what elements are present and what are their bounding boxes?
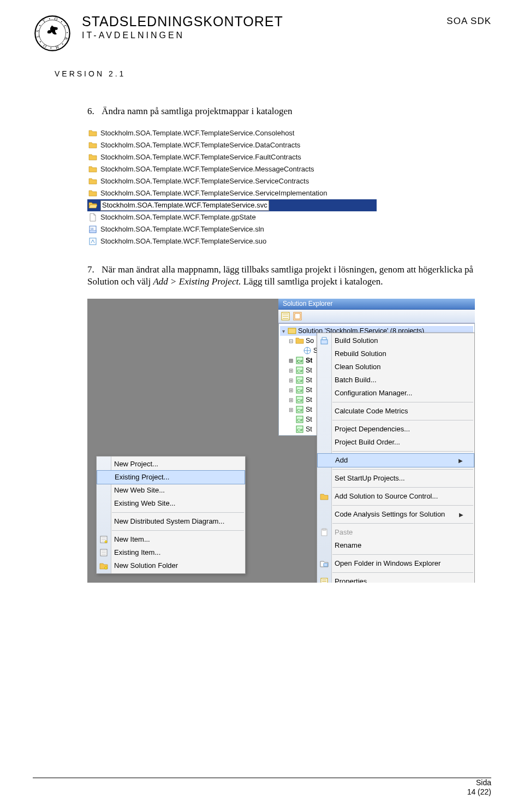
- menu-label: New Item...: [114, 535, 150, 544]
- properties-icon: [320, 577, 329, 583]
- toolbar-properties-icon[interactable]: [281, 311, 290, 321]
- svg-text:90: 90: [91, 227, 94, 230]
- menu-label: Paste: [335, 528, 353, 537]
- folder-icon: [88, 165, 97, 174]
- menu-separator: [332, 505, 473, 506]
- menu-open-folder[interactable]: Open Folder in Windows Explorer: [317, 557, 474, 570]
- menu-config-manager[interactable]: Configuration Manager...: [317, 387, 474, 400]
- rename-input[interactable]: Stockholm.SOA.Template.WCF.TemplateServi…: [100, 200, 269, 211]
- new-item-icon: [99, 535, 108, 544]
- file-name: Stockholm.SOA.Template.WCF.TemplateServi…: [100, 225, 264, 234]
- tree-expand-icon[interactable]: ⊞: [288, 396, 294, 403]
- folder-icon: [88, 189, 97, 198]
- menu-code-metrics[interactable]: Calculate Code Metrics: [317, 405, 474, 418]
- file-row: Stockholm.SOA.Template.WCF.TemplateServi…: [87, 235, 377, 247]
- footer-page: 14 (22): [467, 787, 491, 797]
- menu-label: Calculate Code Metrics: [335, 407, 408, 416]
- menu-label: Batch Build...: [335, 376, 377, 385]
- menu-paste: Paste: [317, 526, 474, 539]
- svg-text:C#: C#: [297, 378, 303, 383]
- open-folder-icon: [320, 559, 329, 568]
- org-title: STADSLEDNINGSKONTORET: [82, 14, 446, 29]
- menu-separator: [332, 420, 473, 420]
- svg-text:C#: C#: [297, 428, 303, 432]
- folder-open-icon: [88, 201, 97, 210]
- svg-text:C#: C#: [297, 388, 303, 393]
- menu-label: Existing Item...: [114, 548, 160, 558]
- menu-project-build-order[interactable]: Project Build Order...: [317, 436, 474, 449]
- existing-item-icon: [99, 548, 108, 557]
- folder-name: Stockholm.SOA.Template.WCF.TemplateServi…: [100, 153, 301, 162]
- csharp-project-icon: C#: [295, 356, 304, 365]
- svg-rect-8: [288, 328, 296, 334]
- folder-listing-figure: Stockholm.SOA.Template.WCF.TemplateServi…: [87, 127, 377, 247]
- menu-label: Code Analysis Settings for Solution: [335, 510, 445, 519]
- tree-expand-icon[interactable]: ⊞: [288, 406, 294, 413]
- menu-clean-solution[interactable]: Clean Solution: [317, 360, 474, 374]
- svg-text:C#: C#: [297, 398, 303, 403]
- menu-project-dependencies[interactable]: Project Dependencies...: [317, 423, 474, 436]
- webproject-icon: [303, 346, 312, 355]
- menu-add[interactable]: Add▶: [317, 453, 474, 467]
- svg-rect-26: [321, 340, 327, 344]
- submenu-new-web-site[interactable]: New Web Site...: [97, 484, 245, 497]
- menu-properties[interactable]: Properties: [317, 575, 474, 583]
- file-row: Stockholm.SOA.Template.WCF.Template.gpSt…: [87, 211, 377, 223]
- svg-text:C#: C#: [297, 408, 303, 413]
- folder-name: Stockholm.SOA.Template.WCF.TemplateServi…: [100, 165, 314, 174]
- submenu-existing-project[interactable]: Existing Project...: [97, 470, 245, 484]
- footer-label: Sida: [467, 778, 491, 787]
- folder-row: Stockholm.SOA.Template.WCF.TemplateServi…: [87, 127, 377, 139]
- menu-label: Add: [335, 456, 348, 465]
- step-6-number: 6.: [87, 105, 99, 117]
- file-row: 90 Stockholm.SOA.Template.WCF.TemplateSe…: [87, 223, 377, 235]
- submenu-new-solution-folder[interactable]: New Solution Folder: [97, 559, 245, 572]
- submenu-existing-item[interactable]: Existing Item...: [97, 546, 245, 559]
- folder-row-editing[interactable]: Stockholm.SOA.Template.WCF.TemplateServi…: [87, 199, 377, 211]
- menu-rebuild-solution[interactable]: Rebuild Solution: [317, 347, 474, 360]
- folder-row: Stockholm.SOA.Template.WCF.TemplateServi…: [87, 175, 377, 187]
- toolbar-showall-icon[interactable]: [293, 311, 302, 321]
- tree-expand-icon[interactable]: ⊞: [288, 387, 294, 393]
- csharp-project-icon: C#: [295, 405, 304, 414]
- step-7-em: Add > Existing Project.: [153, 276, 241, 287]
- tree-expand-icon[interactable]: ⊞: [288, 377, 294, 383]
- menu-label: New Web Site...: [114, 486, 165, 495]
- submenu-new-item[interactable]: New Item...: [97, 533, 245, 546]
- tree-collapse-icon[interactable]: ⊟: [288, 337, 294, 344]
- suo-file-icon: [88, 237, 97, 246]
- menu-separator: [332, 451, 473, 452]
- svg-rect-5: [90, 238, 96, 245]
- submenu-existing-web-site[interactable]: Existing Web Site...: [97, 497, 245, 510]
- menu-code-analysis[interactable]: Code Analysis Settings for Solution▶: [317, 508, 474, 521]
- folder-row: Stockholm.SOA.Template.WCF.TemplateServi…: [87, 187, 377, 199]
- submenu-new-distributed-diagram[interactable]: New Distributed System Diagram...: [97, 515, 245, 528]
- menu-rename[interactable]: Rename: [317, 539, 474, 552]
- file-name: Stockholm.SOA.Template.WCF.TemplateServi…: [100, 237, 266, 246]
- submenu-new-project[interactable]: New Project...: [97, 458, 245, 471]
- folder-icon: [295, 336, 304, 345]
- menu-label: Open Folder in Windows Explorer: [335, 559, 440, 568]
- svg-point-34: [105, 567, 107, 569]
- menu-label: Rename: [335, 541, 361, 550]
- menu-label: Existing Web Site...: [114, 499, 175, 508]
- menu-batch-build[interactable]: Batch Build...: [317, 374, 474, 387]
- menu-set-startup[interactable]: Set StartUp Projects...: [317, 472, 474, 485]
- svg-rect-29: [324, 564, 327, 566]
- tree-expand-icon[interactable]: ⊞: [288, 367, 294, 374]
- svg-text:C#: C#: [297, 359, 303, 364]
- menu-separator: [112, 530, 244, 531]
- menu-label: Configuration Manager...: [335, 389, 412, 398]
- menu-build-solution[interactable]: Build Solution: [317, 334, 474, 347]
- step-6-text: Ändra namn på samtliga projektmappar i k…: [102, 106, 292, 116]
- svg-point-32: [105, 541, 107, 543]
- menu-add-source-control[interactable]: Add Solution to Source Control...: [317, 490, 474, 503]
- menu-separator: [332, 487, 473, 488]
- svg-rect-30: [321, 578, 327, 583]
- tree-expand-icon[interactable]: ⊞: [288, 357, 294, 364]
- folder-icon: [88, 177, 97, 186]
- tree-collapse-icon[interactable]: ▾: [280, 328, 287, 334]
- folder-row: Stockholm.SOA.Template.WCF.TemplateServi…: [87, 139, 377, 151]
- visual-studio-figure: Solution Explorer ▾ Solution 'Stockholm.…: [87, 299, 475, 583]
- context-menu: Build Solution Rebuild Solution Clean So…: [317, 333, 475, 583]
